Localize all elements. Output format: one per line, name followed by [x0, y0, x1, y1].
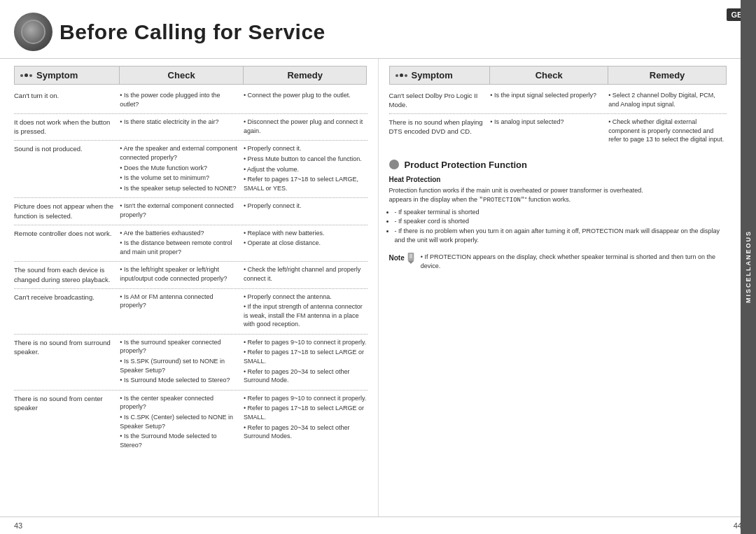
product-protection-section: Product Protection Function Heat Protect… — [389, 160, 727, 272]
cell-check: Isn't the external component connected p… — [120, 202, 244, 220]
table-row: The sound from each device is changed du… — [14, 262, 368, 288]
right-table-body: Can't select Dolby Pro Logic II Mode.Is … — [389, 87, 727, 149]
left-symptom-header: Symptom — [14, 66, 120, 85]
symptom-icon — [20, 73, 32, 77]
cell-check: Are the speaker and external component c… — [120, 144, 244, 194]
cell-remedy: Connect the power plug to the outlet. — [244, 91, 368, 101]
cell-symptom: Can't receive broadcasting. — [14, 293, 120, 302]
cell-symptom: Picture does not appear when the functio… — [14, 202, 120, 220]
right-page: Symptom Check Remedy Can't select Dolby … — [379, 59, 757, 517]
main-content: Symptom Check Remedy Can't turn it on.Is… — [0, 59, 756, 517]
cell-symptom: It does not work when the button is pres… — [14, 118, 120, 136]
note-section: Note • If PROTECTION appears on the disp… — [389, 253, 727, 272]
cell-symptom: Sound is not produced. — [14, 144, 120, 153]
table-row: It does not work when the button is pres… — [14, 114, 368, 141]
left-page-number: 43 — [14, 521, 22, 530]
table-row: Can't receive broadcasting.Is AM or FM a… — [14, 289, 368, 335]
cell-symptom: Can't select Dolby Pro Logic II Mode. — [389, 91, 491, 110]
right-remedy-header: Remedy — [608, 66, 727, 85]
left-page: Symptom Check Remedy Can't turn it on.Is… — [0, 59, 379, 517]
table-row: Can't turn it on.Is the power code plugg… — [14, 87, 368, 114]
cell-remedy: Properly connect the antenna.If the inpu… — [244, 293, 368, 330]
table-row: Picture does not appear when the functio… — [14, 198, 368, 225]
header: Before Calling for Service GB — [0, 0, 756, 59]
cell-check: Is the power code plugged into the outle… — [120, 91, 244, 110]
heat-protection-title: Heat Protection — [389, 176, 727, 183]
cell-check: Is the input signal selected properly? — [490, 91, 608, 101]
heat-list: If speaker terminal is shortedIf speaker… — [389, 208, 727, 246]
misc-sidebar: MISCELLANEOUS — [741, 59, 756, 517]
right-page-inner: Symptom Check Remedy Can't select Dolby … — [389, 66, 727, 272]
product-protection-title: Product Protection Function — [389, 160, 727, 170]
cell-remedy: Refer to pages 9~10 to connect it proper… — [244, 394, 368, 442]
note-text: • If PROTECTION appears on the display, … — [421, 253, 727, 272]
page-numbers: 43 44 — [0, 517, 756, 534]
table-row: Can't select Dolby Pro Logic II Mode.Is … — [389, 87, 727, 114]
cell-check: Are the batteries exhausted?Is the dista… — [120, 229, 244, 258]
cell-remedy: Properly connect it.Press Mute button to… — [244, 144, 368, 194]
cell-check: Is the surround speaker connected proper… — [120, 338, 244, 386]
right-check-header: Check — [490, 66, 608, 85]
table-row: Remote controller does not work.Are the … — [14, 225, 368, 262]
cell-remedy: Check the left/right channel and properl… — [244, 265, 368, 284]
cell-symptom: Can't turn it on. — [14, 91, 120, 100]
circle-icon — [389, 160, 399, 169]
cell-symptom: There is no sound from surround speaker. — [14, 338, 120, 357]
right-symptom-icon — [396, 73, 407, 77]
cell-remedy: Check whether digital external component… — [608, 118, 727, 146]
svg-rect-0 — [408, 253, 414, 261]
cell-check: Is there static electricity in the air? — [120, 118, 244, 128]
cell-check: Is the center speaker connected properly… — [120, 394, 244, 451]
cell-remedy: Disconnect the power plug and connect it… — [244, 118, 368, 136]
note-pencil-icon — [407, 253, 415, 264]
logo — [14, 13, 52, 51]
cell-remedy: Select 2 channel Dolby Digital, PCM, and… — [608, 91, 727, 110]
table-row: Sound is not produced.Are the speaker an… — [14, 141, 368, 198]
heat-protection-text: Protection function works if the main un… — [389, 186, 727, 246]
cell-check: Is AM or FM antenna connected properly? — [120, 293, 244, 311]
cell-check: Is analog input selected? — [490, 118, 608, 128]
cell-remedy: Refer to pages 9~10 to connect it proper… — [244, 338, 368, 386]
left-remedy-header: Remedy — [244, 66, 368, 85]
cell-remedy: Properly connect it. — [244, 202, 368, 212]
table-row: There is no sound from center speakerIs … — [14, 391, 368, 455]
cell-check: Is the left/right speaker or left/right … — [120, 265, 244, 284]
page-title: Before Calling for Service — [59, 20, 326, 44]
cell-symptom: There is no sound when playing DTS encod… — [389, 118, 491, 136]
right-table-header: Symptom Check Remedy — [389, 66, 727, 85]
note-label: Note — [389, 253, 415, 264]
logo-inner — [21, 20, 46, 44]
left-table-body: Can't turn it on.Is the power code plugg… — [14, 87, 368, 510]
table-row: There is no sound when playing DTS encod… — [389, 114, 727, 149]
cell-remedy: Replace with new batteries.Operate at cl… — [244, 229, 368, 249]
left-table-header: Symptom Check Remedy — [14, 66, 368, 85]
cell-symptom: The sound from each device is changed du… — [14, 265, 120, 284]
table-row: There is no sound from surround speaker.… — [14, 335, 368, 391]
cell-symptom: There is no sound from center speaker — [14, 394, 120, 413]
svg-marker-1 — [408, 261, 414, 264]
left-check-header: Check — [120, 66, 244, 85]
misc-label: MISCELLANEOUS — [745, 230, 752, 303]
right-symptom-header: Symptom — [389, 66, 491, 85]
cell-symptom: Remote controller does not work. — [14, 229, 120, 238]
